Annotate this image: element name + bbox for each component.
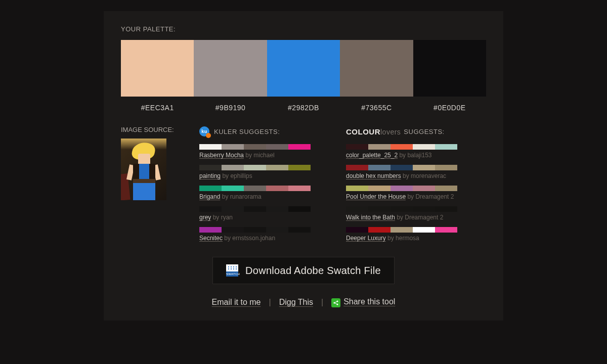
kuler-author: by ernstsson.johan: [223, 235, 275, 242]
mini-swatch: [346, 186, 368, 191]
kuler-heading: ku KULER SUGGESTS:: [199, 126, 346, 137]
colourlovers-name[interactable]: Walk into the Bath: [346, 214, 395, 221]
hex-2[interactable]: #9B9190: [194, 104, 267, 112]
kuler-column: ku KULER SUGGESTS: Rasberry Mocha by mic…: [199, 126, 346, 248]
mini-swatch: [368, 206, 391, 212]
kuler-list: Rasberry Mocha by michaelpainting by eph…: [199, 144, 346, 242]
mini-swatch: [435, 144, 457, 150]
mini-swatch: [346, 165, 368, 170]
mini-swatch: [244, 144, 266, 150]
mini-swatch: [435, 206, 457, 212]
mini-swatch: [288, 186, 311, 191]
colourlovers-column: COLOURlovers SUGGESTS: color_palette_25_…: [346, 126, 493, 248]
mini-swatch: [199, 144, 222, 150]
kuler-caption: Rasberry Mocha by michael: [199, 152, 346, 159]
kuler-name[interactable]: Rasberry Mocha: [199, 152, 244, 159]
mini-swatch: [222, 144, 244, 150]
colourlovers-strip: [346, 206, 457, 212]
mini-swatch: [222, 165, 244, 170]
colourlovers-item[interactable]: double hex numbers by morenaverac: [346, 165, 493, 179]
hex-5[interactable]: #0E0D0E: [413, 104, 486, 112]
kuler-item[interactable]: Brigand by runarorama: [199, 186, 346, 200]
kuler-strip: [199, 227, 311, 233]
mini-swatch: [413, 206, 435, 212]
colourlovers-strip: [346, 165, 457, 170]
mini-swatch: [266, 144, 288, 150]
colourlovers-author: by Dreamagent 2: [406, 193, 454, 200]
swatch-3[interactable]: [267, 40, 340, 97]
kuler-strip: [199, 206, 311, 212]
mini-swatch: [435, 227, 457, 233]
source-image[interactable]: [121, 139, 166, 200]
hex-1[interactable]: #EEC3A1: [121, 104, 194, 112]
kuler-author: by ryan: [211, 214, 233, 221]
colourlovers-name[interactable]: Deeper Luxury: [346, 235, 386, 242]
colourlovers-strip: [346, 144, 457, 150]
mini-swatch: [391, 227, 413, 233]
kuler-name[interactable]: Secnitec: [199, 235, 223, 242]
colourlovers-item[interactable]: Walk into the Bath by Dreamagent 2: [346, 206, 493, 221]
separator: |: [269, 298, 271, 307]
colourlovers-logo: COLOURlovers: [346, 127, 401, 136]
kuler-author: by ephillips: [221, 172, 252, 179]
kuler-item[interactable]: Secnitec by ernstsson.johan: [199, 227, 346, 242]
image-source-heading: IMAGE SOURCE:: [121, 126, 199, 133]
swatch-2[interactable]: [194, 40, 267, 97]
swatch-5[interactable]: [413, 40, 486, 97]
colourlovers-name[interactable]: Pool Under the House: [346, 193, 406, 200]
mini-swatch: [435, 186, 457, 191]
mini-swatch: [368, 165, 391, 170]
kuler-item[interactable]: grey by ryan: [199, 206, 346, 221]
kuler-heading-text: KULER SUGGESTS:: [214, 128, 280, 135]
mini-swatch: [391, 186, 413, 191]
mini-swatch: [368, 227, 391, 233]
mini-swatch: [199, 186, 222, 191]
kuler-strip: [199, 144, 311, 150]
colourlovers-item[interactable]: Pool Under the House by Dreamagent 2: [346, 186, 493, 200]
mini-swatch: [244, 186, 266, 191]
separator: |: [321, 298, 323, 307]
digg-link[interactable]: Digg This: [279, 298, 313, 307]
colourlovers-heading: COLOURlovers SUGGESTS:: [346, 126, 493, 137]
colourlovers-item[interactable]: color_palette_25_2 by balaji153: [346, 144, 493, 159]
share-link[interactable]: Share this tool: [331, 297, 395, 307]
share-link-text: Share this tool: [343, 297, 395, 306]
email-link[interactable]: Email it to me: [212, 298, 261, 307]
main-palette-swatches: [121, 40, 486, 97]
hex-3[interactable]: #2982DB: [267, 104, 340, 112]
mini-swatch: [199, 227, 222, 233]
swatch-1[interactable]: [121, 40, 194, 97]
colourlovers-name[interactable]: double hex numbers: [346, 172, 401, 179]
kuler-icon: ku: [199, 126, 209, 136]
swatch-4[interactable]: [340, 40, 413, 97]
mini-swatch: [266, 227, 288, 233]
kuler-item[interactable]: painting by ephillips: [199, 165, 346, 179]
mini-swatch: [391, 165, 413, 170]
mini-swatch: [346, 144, 368, 150]
download-row: SWATCH Download Adobe Swatch File: [121, 257, 486, 284]
colourlovers-caption: color_palette_25_2 by balaji153: [346, 152, 493, 159]
colourlovers-caption: double hex numbers by morenaverac: [346, 172, 493, 179]
mini-swatch: [391, 144, 413, 150]
kuler-name[interactable]: Brigand: [199, 193, 220, 200]
mini-swatch: [288, 206, 311, 212]
kuler-author: by michael: [244, 152, 275, 159]
colourlovers-name[interactable]: color_palette_25_2: [346, 152, 398, 159]
mini-swatch: [346, 227, 368, 233]
colourlovers-item[interactable]: Deeper Luxury by hermosa: [346, 227, 493, 242]
download-swatch-button[interactable]: SWATCH Download Adobe Swatch File: [212, 257, 395, 284]
colourlovers-caption: Walk into the Bath by Dreamagent 2: [346, 214, 493, 221]
kuler-name[interactable]: painting: [199, 172, 221, 179]
kuler-name[interactable]: grey: [199, 214, 211, 221]
lower-columns: IMAGE SOURCE: ku KULER SUGGESTS: Ra: [121, 126, 486, 248]
mini-swatch: [413, 144, 435, 150]
kuler-caption: Secnitec by ernstsson.johan: [199, 235, 346, 242]
kuler-item[interactable]: Rasberry Mocha by michael: [199, 144, 346, 159]
colourlovers-strip: [346, 227, 457, 233]
colourlovers-author: by balaji153: [398, 152, 431, 159]
mini-swatch: [266, 165, 288, 170]
mini-swatch: [391, 206, 413, 212]
download-label: Download Adobe Swatch File: [245, 265, 381, 277]
hex-4[interactable]: #73655C: [340, 104, 413, 112]
footer-links: Email it to me | Digg This | Share this …: [121, 297, 486, 307]
